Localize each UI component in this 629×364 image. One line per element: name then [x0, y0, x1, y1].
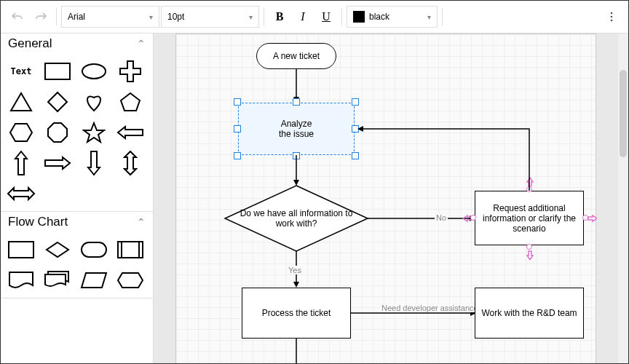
edge-label-dev: Need developer assistance?	[380, 304, 484, 312]
selection-handle[interactable]	[293, 98, 300, 106]
color-select[interactable]: black ▾	[347, 6, 438, 28]
shape-rectangle[interactable]	[40, 57, 75, 86]
node-rnd[interactable]: Work with the R&D team	[475, 288, 584, 339]
svg-rect-5	[9, 242, 33, 258]
selection-handle[interactable]	[234, 152, 241, 159]
general-shapes: Text	[1, 54, 153, 212]
section-title: General	[8, 36, 52, 51]
shape-text[interactable]: Text	[4, 57, 39, 86]
shape-arrow-updown[interactable]	[113, 149, 148, 178]
shape-heart[interactable]	[76, 87, 111, 116]
shape-star[interactable]	[76, 118, 111, 147]
connect-point-icon	[526, 244, 532, 250]
edge	[293, 155, 301, 187]
connect-handle-icon	[525, 250, 535, 260]
shape-hexagon[interactable]	[4, 118, 39, 147]
node-label: Process the ticket	[262, 308, 331, 318]
bold-button[interactable]: B	[269, 6, 290, 28]
chevron-down-icon: ▾	[427, 13, 431, 21]
node-label: Work with the R&D team	[481, 308, 577, 318]
overflow-menu-button[interactable]	[601, 6, 622, 28]
size-value: 10pt	[167, 12, 184, 22]
selection-handle[interactable]	[234, 125, 241, 132]
edge-label-yes: Yes	[287, 266, 303, 274]
redo-button[interactable]	[30, 6, 52, 28]
shape-decision[interactable]	[40, 235, 75, 264]
node-process[interactable]: Process the ticket	[242, 288, 351, 339]
selection-handle[interactable]	[352, 125, 359, 132]
italic-button[interactable]: I	[292, 6, 314, 28]
shape-diamond[interactable]	[40, 87, 75, 116]
undo-button[interactable]	[7, 6, 28, 28]
node-request[interactable]: Request additional information or clarif…	[475, 191, 584, 245]
selection-handle[interactable]	[352, 98, 359, 106]
section-general[interactable]: General ⌃	[1, 33, 153, 54]
svg-point-2	[611, 20, 613, 22]
node-label: Do we have all information to work with?	[238, 208, 355, 229]
shape-cross[interactable]	[113, 57, 148, 86]
toolbar: Arial ▾ 10pt ▾ B I U black ▾	[1, 1, 628, 33]
edge	[368, 215, 477, 223]
node-decision[interactable]: Do we have all information to work with?	[223, 184, 369, 253]
connect-handle-icon	[525, 176, 535, 186]
svg-point-4	[82, 64, 106, 79]
shape-arrow-left[interactable]	[113, 118, 148, 147]
shape-ellipse[interactable]	[76, 57, 111, 86]
selection-handle[interactable]	[293, 152, 300, 159]
node-label: Analyze the issue	[279, 119, 314, 139]
edge	[293, 339, 301, 364]
chevron-up-icon: ⌃	[137, 38, 146, 50]
shape-data[interactable]	[76, 266, 111, 295]
selection-handle[interactable]	[352, 152, 359, 159]
scrollbar-thumb[interactable]	[620, 70, 627, 157]
color-swatch	[353, 11, 365, 23]
edge	[355, 125, 533, 194]
shape-arrow-leftright[interactable]	[4, 179, 39, 208]
font-select[interactable]: Arial ▾	[61, 6, 159, 28]
shape-predefined[interactable]	[113, 235, 148, 264]
shapes-sidebar: General ⌃ Text Flow Chart ⌃	[1, 33, 154, 364]
chevron-down-icon: ▾	[249, 13, 253, 21]
connect-point-icon	[470, 215, 476, 221]
underline-button[interactable]: U	[315, 6, 337, 28]
section-title: Flow Chart	[8, 215, 68, 229]
vertical-scrollbar[interactable]	[618, 33, 628, 364]
shape-process[interactable]	[4, 235, 39, 264]
connect-point-icon	[582, 215, 588, 221]
shape-arrow-down[interactable]	[76, 149, 111, 178]
connect-point-icon	[526, 186, 532, 192]
color-value: black	[369, 12, 389, 22]
svg-point-0	[611, 12, 613, 15]
canvas-area: A new ticket Analyze the issue	[154, 33, 628, 364]
node-label: Request additional information or clarif…	[478, 203, 580, 234]
shape-multidoc[interactable]	[40, 266, 75, 295]
node-start[interactable]: A new ticket	[256, 43, 336, 69]
font-value: Arial	[68, 12, 85, 22]
svg-point-1	[611, 16, 613, 18]
flowchart-shapes	[1, 232, 153, 298]
node-analyze[interactable]: Analyze the issue	[238, 103, 355, 155]
canvas-gutter	[596, 33, 618, 364]
size-select[interactable]: 10pt ▾	[161, 6, 259, 28]
svg-rect-3	[45, 63, 70, 79]
shape-terminator[interactable]	[76, 235, 111, 264]
connect-handle-icon	[587, 213, 597, 223]
node-label: A new ticket	[273, 51, 320, 61]
shape-triangle[interactable]	[4, 87, 39, 116]
section-flowchart[interactable]: Flow Chart ⌃	[1, 212, 153, 232]
chevron-down-icon: ▾	[149, 13, 153, 21]
chevron-up-icon: ⌃	[137, 216, 146, 228]
canvas[interactable]: A new ticket Analyze the issue	[175, 33, 596, 364]
selection-handle[interactable]	[234, 98, 241, 106]
shape-document[interactable]	[4, 266, 39, 295]
shape-octagon[interactable]	[40, 118, 75, 147]
shape-preparation[interactable]	[113, 266, 148, 295]
shape-arrow-up[interactable]	[4, 149, 39, 178]
canvas-gutter	[154, 33, 175, 364]
shape-arrow-right[interactable]	[40, 149, 75, 178]
shape-pentagon[interactable]	[113, 87, 148, 116]
svg-rect-6	[82, 242, 106, 257]
edge-label-no: No	[435, 213, 448, 222]
